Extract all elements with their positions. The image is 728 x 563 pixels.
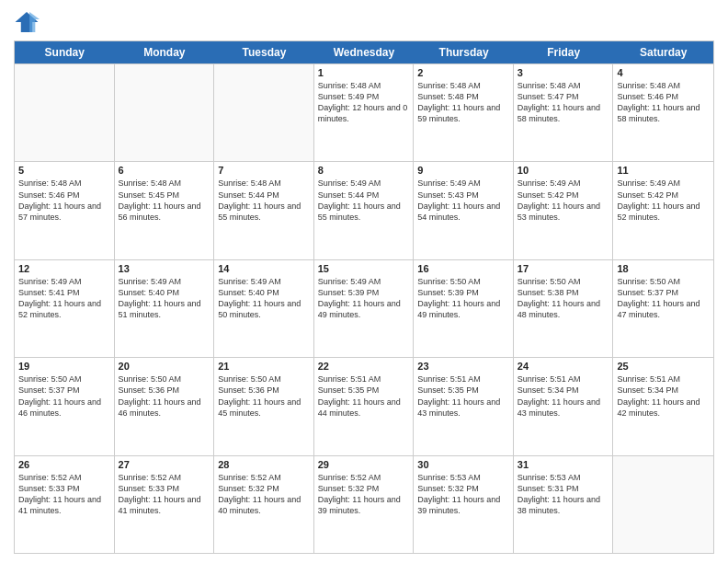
calendar-cell: 12Sunrise: 5:49 AM Sunset: 5:41 PM Dayli… [15, 260, 115, 357]
cell-info: Sunrise: 5:51 AM Sunset: 5:34 PM Dayligh… [518, 373, 609, 419]
cell-info: Sunrise: 5:48 AM Sunset: 5:46 PM Dayligh… [18, 178, 110, 223]
cell-info: Sunrise: 5:49 AM Sunset: 5:42 PM Dayligh… [617, 178, 710, 223]
day-number: 12 [18, 263, 110, 274]
day-number: 16 [417, 263, 509, 274]
cell-info: Sunrise: 5:48 AM Sunset: 5:46 PM Dayligh… [617, 80, 710, 125]
calendar-body: 1Sunrise: 5:48 AM Sunset: 5:49 PM Daylig… [15, 63, 713, 553]
cell-info: Sunrise: 5:48 AM Sunset: 5:44 PM Dayligh… [218, 178, 310, 223]
cell-info: Sunrise: 5:50 AM Sunset: 5:37 PM Dayligh… [18, 373, 110, 419]
cell-info: Sunrise: 5:48 AM Sunset: 5:48 PM Dayligh… [417, 80, 509, 125]
day-number: 7 [218, 165, 310, 176]
day-number: 22 [318, 361, 410, 372]
logo [14, 9, 43, 35]
day-number: 25 [617, 361, 710, 372]
weekday-header: Thursday [414, 41, 514, 63]
calendar-cell: 8Sunrise: 5:49 AM Sunset: 5:44 PM Daylig… [314, 162, 415, 259]
day-number: 4 [617, 67, 710, 78]
calendar-cell: 13Sunrise: 5:49 AM Sunset: 5:40 PM Dayli… [115, 260, 215, 357]
calendar-cell: 20Sunrise: 5:50 AM Sunset: 5:36 PM Dayli… [115, 358, 215, 454]
day-number: 2 [417, 67, 509, 78]
header [14, 9, 714, 35]
calendar-cell: 17Sunrise: 5:50 AM Sunset: 5:38 PM Dayli… [514, 260, 614, 357]
cell-info: Sunrise: 5:49 AM Sunset: 5:41 PM Dayligh… [18, 276, 110, 321]
cell-info: Sunrise: 5:48 AM Sunset: 5:47 PM Dayligh… [518, 80, 609, 125]
day-number: 1 [318, 67, 410, 78]
day-number: 21 [218, 361, 310, 372]
calendar-cell: 11Sunrise: 5:49 AM Sunset: 5:42 PM Dayli… [613, 162, 713, 259]
day-number: 14 [218, 263, 310, 274]
cell-info: Sunrise: 5:52 AM Sunset: 5:33 PM Dayligh… [119, 472, 210, 517]
cell-info: Sunrise: 5:49 AM Sunset: 5:40 PM Dayligh… [218, 276, 310, 321]
day-number: 8 [318, 165, 410, 176]
calendar-cell [613, 456, 713, 553]
cell-info: Sunrise: 5:50 AM Sunset: 5:38 PM Dayligh… [518, 276, 609, 321]
logo-icon [14, 9, 40, 35]
day-number: 17 [518, 263, 609, 274]
calendar-cell: 7Sunrise: 5:48 AM Sunset: 5:44 PM Daylig… [214, 162, 314, 259]
cell-info: Sunrise: 5:49 AM Sunset: 5:42 PM Dayligh… [518, 178, 609, 223]
cell-info: Sunrise: 5:48 AM Sunset: 5:49 PM Dayligh… [318, 80, 410, 125]
cell-info: Sunrise: 5:53 AM Sunset: 5:31 PM Dayligh… [518, 472, 609, 517]
calendar-row: 12Sunrise: 5:49 AM Sunset: 5:41 PM Dayli… [15, 259, 713, 357]
calendar-cell: 19Sunrise: 5:50 AM Sunset: 5:37 PM Dayli… [15, 358, 115, 454]
calendar-cell: 5Sunrise: 5:48 AM Sunset: 5:46 PM Daylig… [15, 162, 115, 259]
day-number: 3 [518, 67, 609, 78]
day-number: 13 [119, 263, 210, 274]
weekday-header: Saturday [613, 41, 713, 63]
weekday-header: Monday [115, 41, 215, 63]
calendar-cell: 9Sunrise: 5:49 AM Sunset: 5:43 PM Daylig… [414, 162, 514, 259]
cell-info: Sunrise: 5:49 AM Sunset: 5:39 PM Dayligh… [318, 276, 410, 321]
cell-info: Sunrise: 5:49 AM Sunset: 5:40 PM Dayligh… [119, 276, 210, 321]
day-number: 6 [119, 165, 210, 176]
calendar-cell: 16Sunrise: 5:50 AM Sunset: 5:39 PM Dayli… [414, 260, 514, 357]
page: SundayMondayTuesdayWednesdayThursdayFrid… [0, 0, 728, 563]
day-number: 26 [18, 459, 110, 470]
calendar-row: 19Sunrise: 5:50 AM Sunset: 5:37 PM Dayli… [15, 357, 713, 454]
calendar-row: 1Sunrise: 5:48 AM Sunset: 5:49 PM Daylig… [15, 63, 713, 161]
day-number: 31 [518, 459, 609, 470]
cell-info: Sunrise: 5:49 AM Sunset: 5:44 PM Dayligh… [318, 178, 410, 223]
calendar-cell: 4Sunrise: 5:48 AM Sunset: 5:46 PM Daylig… [613, 64, 713, 161]
day-number: 20 [119, 361, 210, 372]
calendar-cell [15, 64, 115, 161]
cell-info: Sunrise: 5:50 AM Sunset: 5:36 PM Dayligh… [119, 373, 210, 419]
cell-info: Sunrise: 5:51 AM Sunset: 5:35 PM Dayligh… [318, 373, 410, 419]
calendar-cell: 25Sunrise: 5:51 AM Sunset: 5:34 PM Dayli… [613, 358, 713, 454]
calendar-cell: 6Sunrise: 5:48 AM Sunset: 5:45 PM Daylig… [115, 162, 215, 259]
day-number: 19 [18, 361, 110, 372]
day-number: 28 [218, 459, 310, 470]
weekday-header: Friday [514, 41, 614, 63]
day-number: 10 [518, 165, 609, 176]
cell-info: Sunrise: 5:50 AM Sunset: 5:36 PM Dayligh… [218, 373, 310, 419]
cell-info: Sunrise: 5:52 AM Sunset: 5:33 PM Dayligh… [18, 472, 110, 517]
calendar-cell: 2Sunrise: 5:48 AM Sunset: 5:48 PM Daylig… [414, 64, 514, 161]
calendar-cell: 29Sunrise: 5:52 AM Sunset: 5:32 PM Dayli… [314, 456, 415, 553]
calendar-cell: 21Sunrise: 5:50 AM Sunset: 5:36 PM Dayli… [214, 358, 314, 454]
calendar-cell: 15Sunrise: 5:49 AM Sunset: 5:39 PM Dayli… [314, 260, 415, 357]
calendar-header: SundayMondayTuesdayWednesdayThursdayFrid… [15, 41, 713, 63]
calendar-cell: 10Sunrise: 5:49 AM Sunset: 5:42 PM Dayli… [514, 162, 614, 259]
calendar-cell: 26Sunrise: 5:52 AM Sunset: 5:33 PM Dayli… [15, 456, 115, 553]
calendar-cell: 18Sunrise: 5:50 AM Sunset: 5:37 PM Dayli… [613, 260, 713, 357]
day-number: 30 [417, 459, 509, 470]
cell-info: Sunrise: 5:48 AM Sunset: 5:45 PM Dayligh… [119, 178, 210, 223]
cell-info: Sunrise: 5:50 AM Sunset: 5:39 PM Dayligh… [417, 276, 509, 321]
day-number: 5 [18, 165, 110, 176]
calendar-cell: 24Sunrise: 5:51 AM Sunset: 5:34 PM Dayli… [514, 358, 614, 454]
calendar-cell: 14Sunrise: 5:49 AM Sunset: 5:40 PM Dayli… [214, 260, 314, 357]
weekday-header: Tuesday [214, 41, 314, 63]
calendar-cell: 22Sunrise: 5:51 AM Sunset: 5:35 PM Dayli… [314, 358, 415, 454]
cell-info: Sunrise: 5:52 AM Sunset: 5:32 PM Dayligh… [318, 472, 410, 517]
calendar-row: 26Sunrise: 5:52 AM Sunset: 5:33 PM Dayli… [15, 455, 713, 553]
day-number: 18 [617, 263, 710, 274]
cell-info: Sunrise: 5:49 AM Sunset: 5:43 PM Dayligh… [417, 178, 509, 223]
calendar-cell [214, 64, 314, 161]
calendar-cell: 3Sunrise: 5:48 AM Sunset: 5:47 PM Daylig… [514, 64, 614, 161]
calendar-cell: 1Sunrise: 5:48 AM Sunset: 5:49 PM Daylig… [314, 64, 415, 161]
cell-info: Sunrise: 5:52 AM Sunset: 5:32 PM Dayligh… [218, 472, 310, 517]
day-number: 27 [119, 459, 210, 470]
weekday-header: Sunday [15, 41, 115, 63]
day-number: 29 [318, 459, 410, 470]
calendar-cell: 27Sunrise: 5:52 AM Sunset: 5:33 PM Dayli… [115, 456, 215, 553]
calendar-cell: 31Sunrise: 5:53 AM Sunset: 5:31 PM Dayli… [514, 456, 614, 553]
